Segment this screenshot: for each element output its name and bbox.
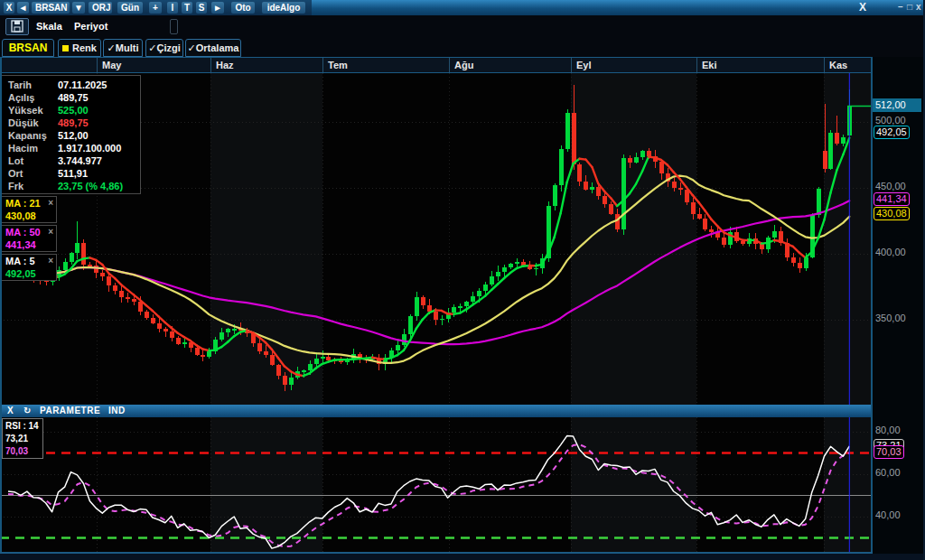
color-swatch-icon (62, 45, 69, 51)
rsi-info-line: 70,03 (5, 446, 28, 456)
month-label: Eki (702, 60, 717, 70)
ma-close-button[interactable]: × (48, 256, 53, 266)
axis-label: 450,00 (875, 181, 906, 191)
tab-cizgi[interactable]: ✓Çizgi (145, 39, 183, 57)
info-label: Lot (8, 155, 23, 166)
info-row: Kapanış512,00 (2, 130, 140, 144)
toolbar-handle[interactable] (170, 19, 178, 34)
axis-label: 492,05 (874, 126, 910, 139)
parametre-menu[interactable]: PARAMETRE (40, 406, 100, 415)
info-label: Yüksek (8, 105, 43, 116)
ma-close-button[interactable]: × (48, 227, 53, 237)
close-indicator-button[interactable]: X (7, 406, 14, 415)
info-row: Düşük489,75 (2, 117, 140, 131)
axis-label: 441,34 (874, 192, 910, 206)
ma-box-title: MA : 5 (5, 256, 35, 266)
info-value: 07.11.2025 (58, 79, 107, 90)
tab-ortalama[interactable]: ✓Ortalama (185, 39, 241, 57)
month-divider (696, 58, 697, 72)
month-label: Ağu (454, 60, 473, 70)
info-row: Lot3.744.977 (2, 155, 140, 169)
symbol-tab[interactable]: BRSAN (32, 2, 70, 14)
skala-button[interactable]: Skala (36, 21, 62, 32)
ma-box: MA : 50×441,34 (1, 225, 57, 252)
ma-box-title: MA : 50 (5, 227, 41, 238)
info-row: Ort511,91 (2, 168, 140, 182)
crosshair-icon[interactable]: + (149, 2, 162, 14)
frame-border (871, 57, 873, 554)
month-label: Haz (216, 60, 234, 70)
axis-label: 80,00 (875, 425, 901, 435)
tab-multi[interactable]: ✓Multi (103, 39, 143, 57)
save-button[interactable] (5, 18, 29, 35)
ma50-line (8, 201, 849, 344)
ma-box-title: MA : 21 (5, 198, 41, 209)
info-label: Hacim (8, 143, 38, 154)
idealgo-button[interactable]: ideAlgo (262, 2, 305, 14)
price-axis: 512,00500,00492,05450,00441,34430,08400,… (873, 0, 925, 560)
month-label: May (102, 60, 121, 70)
info-value: 489,75 (58, 92, 89, 103)
info-label: Kapanış (8, 130, 47, 141)
shape-tool[interactable]: S (196, 2, 207, 14)
info-label: Açılış (8, 92, 34, 103)
line-tool[interactable]: I (167, 2, 178, 14)
info-row: Hacim1.917.100.000 (2, 143, 140, 156)
ma-box-value: 430,08 (5, 210, 36, 221)
info-label: Düşük (8, 117, 39, 128)
info-value: 512,00 (58, 130, 89, 141)
periyot-button[interactable]: Periyot (74, 21, 107, 32)
ind-menu[interactable]: IND (108, 406, 126, 415)
info-value: 511,91 (58, 168, 88, 179)
tab-renk[interactable]: Renk (58, 39, 101, 57)
title-bar: X ◄ BRSAN ▼ ORJ Gün + I T S ► Oto ideAlg… (0, 0, 925, 15)
dropdown-icon[interactable]: ▼ (72, 2, 85, 14)
axis-label: 512,00 (873, 98, 921, 112)
text-tool[interactable]: T (182, 2, 192, 14)
axis-label: 500,00 (875, 115, 906, 126)
period-button[interactable]: Gün (117, 2, 143, 14)
ma-box-value: 441,34 (5, 239, 36, 250)
month-divider (210, 58, 211, 72)
ma-box: MA : 21×430,08 (1, 196, 57, 223)
rsi-info-box: RSI : 1473,2170,03 (2, 418, 43, 459)
time-axis: MayHazTemAğuEylEkiKas (0, 57, 873, 73)
info-label: Tarih (8, 79, 32, 90)
ma-box: MA : 5×492,05 (1, 254, 57, 281)
back-icon[interactable]: ◄ (17, 2, 29, 14)
frame-border (0, 57, 2, 554)
floppy-icon (6, 19, 28, 34)
month-divider (322, 58, 323, 72)
toolbar: Skala Periyot (0, 15, 925, 38)
indicator-header: X ↻ PARAMETRE IND (0, 405, 873, 417)
axis-label: 350,00 (875, 313, 906, 323)
tab-brsan[interactable]: BRSAN (2, 39, 54, 57)
ma-close-button[interactable]: × (48, 198, 53, 208)
info-value: 489,75 (58, 117, 89, 128)
ohlc-info-panel: Tarih07.11.2025Açılış489,75Yüksek525,00D… (1, 75, 141, 194)
orj-button[interactable]: ORJ (89, 2, 112, 14)
month-divider (97, 58, 98, 72)
rsi-info-line: RSI : 14 (5, 421, 39, 431)
info-value: 23,75 (% 4,86) (58, 181, 123, 191)
month-divider (449, 58, 450, 72)
rsi-info-line: 73,21 (5, 434, 28, 443)
info-row: Açılış489,75 (2, 92, 140, 106)
info-value: 3.744.977 (58, 155, 102, 166)
forward-icon[interactable]: ► (211, 2, 224, 14)
info-label: Frk (8, 181, 23, 191)
rsi-chart[interactable] (0, 417, 873, 552)
tabs-row: BRSAN Renk ✓Multi ✓Çizgi ✓Ortalama (0, 38, 925, 57)
close-chart-button[interactable]: X (4, 2, 14, 14)
month-label: Kas (829, 60, 847, 70)
month-divider (824, 58, 825, 72)
window-bottom (0, 554, 925, 560)
axis-label: 40,00 (875, 509, 901, 520)
close-window-button[interactable]: X (859, 1, 866, 14)
chart-application: X ◄ BRSAN ▼ ORJ Gün + I T S ► Oto ideAlg… (0, 0, 925, 560)
refresh-icon[interactable]: ↻ (23, 406, 31, 415)
month-label: Tem (328, 60, 348, 70)
oto-button[interactable]: Oto (231, 2, 255, 14)
month-divider (571, 58, 572, 72)
info-value: 1.917.100.000 (58, 143, 121, 154)
